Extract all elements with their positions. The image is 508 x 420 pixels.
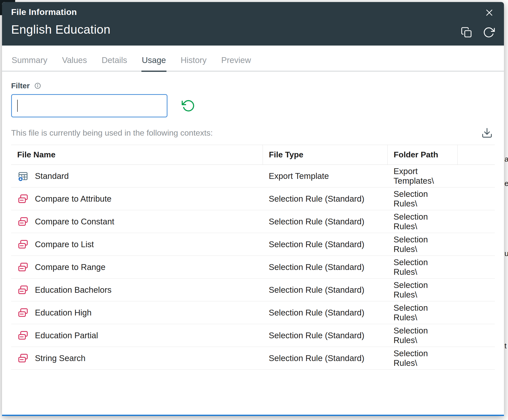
- export-template-icon: [17, 170, 29, 182]
- tab-preview[interactable]: Preview: [221, 55, 251, 72]
- selection-rule-icon: [17, 330, 29, 341]
- table-row: StandardExport TemplateExport Templates\: [11, 165, 495, 187]
- file-name-cell: Standard: [11, 165, 263, 187]
- background-text-fragment: t: [504, 342, 506, 350]
- text-caret: [17, 100, 18, 112]
- file-type-cell: Selection Rule (Standard): [263, 256, 387, 279]
- file-name: Education High: [35, 308, 92, 318]
- file-type-cell: Selection Rule (Standard): [263, 347, 387, 370]
- folder-path-cell: Selection Rules\: [388, 279, 458, 301]
- empty-cell: [458, 279, 495, 301]
- file-type-cell: Selection Rule (Standard): [263, 324, 387, 347]
- selection-rule-icon: [17, 193, 29, 205]
- empty-cell: [458, 233, 495, 256]
- file-type-cell: Selection Rule (Standard): [263, 301, 387, 324]
- page-background-strip: a e u t: [504, 0, 508, 420]
- selection-rule-icon: [17, 352, 29, 364]
- tab-details[interactable]: Details: [101, 55, 128, 72]
- empty-cell: [458, 210, 495, 233]
- file-name-cell: String Search: [11, 347, 263, 370]
- file-name-cell: Compare to Constant: [11, 210, 263, 233]
- file-name-cell: Compare to List: [11, 233, 263, 256]
- refresh-icon[interactable]: [483, 26, 495, 38]
- folder-path-cell: Selection Rules\: [388, 256, 458, 279]
- empty-cell: [458, 324, 495, 347]
- selection-rule-icon: [17, 216, 29, 227]
- table-row: Education BachelorsSelection Rule (Stand…: [11, 279, 495, 301]
- file-type-cell: Selection Rule (Standard): [263, 210, 387, 233]
- folder-path-cell: Selection Rules\: [388, 210, 458, 233]
- selection-rule-icon: [17, 261, 29, 273]
- table-row: Compare to RangeSelection Rule (Standard…: [11, 256, 495, 279]
- background-text-fragment: a: [504, 155, 508, 163]
- table-row: Compare to AttributeSelection Rule (Stan…: [11, 187, 495, 210]
- file-name: Compare to Attribute: [35, 194, 112, 204]
- file-type-cell: Selection Rule (Standard): [263, 187, 387, 210]
- table-row: Compare to ConstantSelection Rule (Stand…: [11, 210, 495, 233]
- file-type-cell: Export Template: [263, 165, 387, 187]
- folder-path-cell: Selection Rules\: [388, 301, 458, 324]
- file-type-cell: Selection Rule (Standard): [263, 279, 387, 301]
- tab-usage[interactable]: Usage: [141, 55, 166, 72]
- background-text-fragment: e: [504, 179, 508, 188]
- selection-rule-icon: [17, 284, 29, 296]
- background-text-fragment: u: [504, 249, 508, 258]
- file-name-cell: Education High: [11, 301, 263, 324]
- file-name: Compare to Range: [35, 262, 105, 272]
- dialog-header: File Information English Education: [2, 2, 504, 46]
- usage-tab-content: Filter This file is currently being used…: [2, 81, 504, 370]
- file-name: Education Bachelors: [35, 285, 112, 295]
- tab-values[interactable]: Values: [61, 55, 87, 72]
- selection-rule-icon: [17, 239, 29, 250]
- dialog-title: File Information: [11, 7, 495, 17]
- file-name-cell: Compare to Range: [11, 256, 263, 279]
- table-row: Education HighSelection Rule (Standard)S…: [11, 301, 495, 324]
- refresh-filter-icon[interactable]: [182, 99, 195, 113]
- tab-history[interactable]: History: [180, 55, 207, 72]
- filter-input[interactable]: [11, 94, 167, 117]
- selection-rule-icon: [17, 307, 29, 319]
- file-name: Education Partial: [35, 331, 98, 340]
- file-name: Compare to Constant: [35, 217, 114, 226]
- folder-path-cell: Selection Rules\: [388, 324, 458, 347]
- table-row: Education PartialSelection Rule (Standar…: [11, 324, 495, 347]
- empty-cell: [458, 347, 495, 370]
- table-header-row: File NameFile TypeFolder Path: [11, 145, 495, 165]
- file-name-cell: Education Bachelors: [11, 279, 263, 301]
- usage-table: File NameFile TypeFolder Path StandardEx…: [11, 145, 495, 370]
- folder-path-cell: Selection Rules\: [388, 347, 458, 370]
- file-name-cell: Compare to Attribute: [11, 187, 263, 210]
- copy-icon[interactable]: [460, 26, 473, 38]
- column-header-empty: [458, 145, 495, 165]
- empty-cell: [458, 187, 495, 210]
- empty-cell: [458, 301, 495, 324]
- empty-cell: [458, 256, 495, 279]
- file-information-dialog: File Information English Education Summa…: [2, 2, 504, 416]
- file-name: Standard: [35, 171, 69, 181]
- file-title: English Education: [11, 23, 495, 36]
- column-header: File Name: [11, 145, 263, 165]
- info-icon[interactable]: [34, 82, 41, 89]
- filter-label: Filter: [11, 81, 30, 90]
- tab-summary[interactable]: Summary: [11, 55, 48, 72]
- usage-description: This file is currently being used in the…: [11, 128, 213, 138]
- column-header: File Type: [263, 145, 387, 165]
- file-type-cell: Selection Rule (Standard): [263, 233, 387, 256]
- download-icon[interactable]: [481, 127, 493, 139]
- folder-path-cell: Export Templates\: [388, 165, 458, 187]
- table-row: String SearchSelection Rule (Standard)Se…: [11, 347, 495, 370]
- file-name-cell: Education Partial: [11, 324, 263, 347]
- folder-path-cell: Selection Rules\: [388, 233, 458, 256]
- file-name: String Search: [35, 353, 86, 363]
- folder-path-cell: Selection Rules\: [388, 187, 458, 210]
- file-name: Compare to List: [35, 240, 94, 249]
- tab-bar: SummaryValuesDetailsUsageHistoryPreview: [2, 46, 504, 72]
- table-row: Compare to ListSelection Rule (Standard)…: [11, 233, 495, 256]
- empty-cell: [458, 165, 495, 187]
- column-header: Folder Path: [388, 145, 458, 165]
- close-icon[interactable]: [483, 7, 495, 19]
